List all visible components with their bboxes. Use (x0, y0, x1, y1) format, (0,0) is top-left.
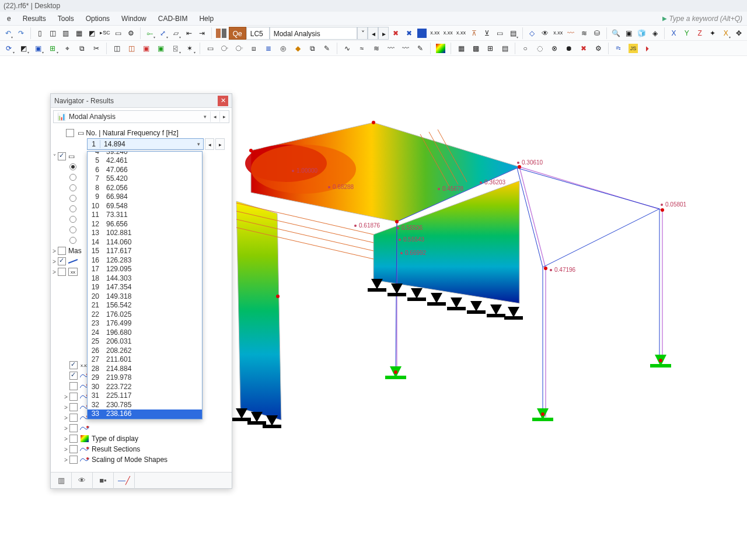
tool-anim[interactable]: ≋ (578, 27, 589, 40)
tool-box-h[interactable]: ⧉ (306, 42, 319, 55)
tool-refresh[interactable]: ⟳▾ (2, 42, 15, 55)
menu-help[interactable]: Help (193, 12, 219, 26)
tool-flag-blue[interactable]: ✖ (403, 27, 414, 40)
frequency-item[interactable]: 22176.025 (88, 310, 202, 320)
tool-s-c[interactable]: ⊗ (548, 42, 561, 55)
tool-support-off[interactable]: ⊻ (481, 27, 493, 40)
tool-xxx-c[interactable]: x.xx (455, 27, 466, 40)
chevron-down-icon[interactable]: ▾ (200, 114, 210, 120)
tree-checkbox[interactable] (69, 393, 78, 401)
mode-radio[interactable] (69, 184, 76, 191)
tool-obj-e[interactable]: ⍃▾ (169, 42, 181, 55)
frequency-item[interactable]: 862.056 (88, 184, 202, 193)
keyword-search[interactable]: ▶ Type a keyword (Alt+Q) (660, 15, 746, 23)
modes-checkbox[interactable] (58, 152, 66, 160)
load-case-selector[interactable]: Qe LC5 Modal Analysis ˅ ◂ ▸ (229, 27, 389, 40)
frequency-item[interactable]: 14114.060 (88, 238, 202, 247)
tool-s-cog[interactable]: ⚙ (592, 42, 605, 55)
tool-support-on[interactable]: ⊼ (469, 27, 480, 40)
frequency-item[interactable]: 31225.117 (88, 391, 202, 401)
tool-pencil[interactable]: ✎ (320, 42, 333, 55)
menu-options[interactable]: Options (80, 12, 116, 26)
tool-obj-d[interactable]: ▣ (154, 42, 167, 55)
tree-checkbox[interactable] (69, 445, 78, 453)
tool-sc[interactable]: ▸SC (99, 27, 111, 40)
tool-mesh-a[interactable]: ▦ (455, 42, 467, 55)
analysis-prev[interactable]: ◂ (210, 111, 219, 122)
tool-line-b[interactable]: ≈ (355, 42, 368, 55)
tool-grad[interactable] (434, 42, 447, 55)
frequency-item[interactable]: 30223.722 (88, 383, 202, 392)
tool-axis-xyz[interactable]: ✦ (707, 27, 718, 40)
tool-line-c[interactable]: ≋ (370, 42, 383, 55)
frequency-item[interactable]: 755.420 (88, 174, 202, 184)
mode-radio[interactable] (69, 226, 76, 233)
tool-settings[interactable]: ⚙ (125, 27, 137, 40)
frequency-item[interactable]: 647.066 (88, 166, 202, 175)
tool-view-curve[interactable]: 〰 (566, 27, 577, 40)
tool-panel-b[interactable]: ◫ (47, 27, 58, 40)
tool-run[interactable]: ⏵ (641, 42, 654, 55)
tool-obj-b[interactable]: ◫ (125, 42, 138, 55)
tool-line-e[interactable]: 〰 (399, 42, 412, 55)
tool-mesh-d[interactable]: ▤ (498, 42, 511, 55)
frequency-item[interactable]: 1296.656 (88, 220, 202, 229)
freq-header-checkbox[interactable] (66, 129, 74, 137)
footer-eye-icon[interactable]: 👁 (72, 473, 93, 489)
model-viewport[interactable]: 1.000000.682880.618760.565060.555430.669… (222, 76, 747, 560)
tree-checkbox[interactable] (69, 435, 78, 443)
lc-dropdown-icon[interactable]: ˅ (357, 27, 368, 40)
menu-tools[interactable]: Tools (52, 12, 80, 26)
tool-view-xxx[interactable]: x.xx (553, 27, 564, 40)
frequency-item[interactable]: 18144.303 (88, 274, 202, 284)
tree-checkbox[interactable] (58, 247, 66, 255)
tool-panel-e[interactable]: ◩ (86, 27, 97, 40)
tool-rf-a[interactable]: ◩▾ (17, 42, 30, 55)
tool-align-r[interactable]: ⇥ (197, 27, 208, 40)
tool-page[interactable]: ▭ (113, 27, 124, 40)
tool-view-eye[interactable]: 👁 (539, 27, 550, 40)
tool-obj-a[interactable]: ◫ (110, 42, 123, 55)
tool-brush[interactable]: ✎ (414, 42, 427, 55)
frequency-item[interactable]: 21156.542 (88, 301, 202, 310)
tool-box-a[interactable]: ▭ (204, 42, 217, 55)
tool-grid-list[interactable]: ▤▾ (508, 27, 519, 40)
tool-node[interactable]: ⟜▾ (144, 27, 155, 40)
tree-checkbox[interactable] (69, 424, 78, 432)
mode-radio[interactable] (69, 163, 76, 170)
frequency-item[interactable]: 19147.354 (88, 283, 202, 292)
frequency-item[interactable]: 29219.978 (88, 373, 202, 383)
tool-mesh-b[interactable]: ▩ (469, 42, 482, 55)
tree-checkbox[interactable] (69, 372, 78, 380)
tool-db[interactable]: 🧊 (636, 27, 647, 40)
mode-radio[interactable] (69, 216, 76, 223)
tool-copy[interactable]: ⧉ (75, 42, 88, 55)
frequency-item[interactable]: 25206.031 (88, 337, 202, 346)
tool-box-b[interactable]: ⧂ (218, 42, 231, 55)
tree-checkbox[interactable] (69, 414, 78, 422)
tool-surface[interactable]: ▱▾ (170, 27, 181, 40)
tool-obj-f[interactable]: ✶▾ (183, 42, 196, 55)
tree-checkbox[interactable] (58, 268, 66, 276)
tool-s-a[interactable]: ○ (519, 42, 532, 55)
tool-color-pair[interactable] (215, 27, 227, 40)
tree-checkbox[interactable] (69, 382, 78, 390)
tool-line-a[interactable]: ∿ (341, 42, 354, 55)
tool-box-g[interactable]: ◆ (291, 42, 304, 55)
tool-s-e[interactable]: ✖ (577, 42, 590, 55)
tool-s-b[interactable]: ◌ (533, 42, 546, 55)
frequency-item[interactable]: 27211.601 (88, 355, 202, 365)
tool-undo[interactable]: ↶▾ (2, 27, 13, 40)
tool-panel-d[interactable]: ▦ (74, 27, 85, 40)
tree-checkbox[interactable] (58, 257, 66, 265)
tool-blue-sq[interactable] (416, 27, 427, 40)
frequency-item[interactable]: 33238.166 (88, 410, 202, 419)
frequency-item[interactable]: 20149.318 (88, 292, 202, 302)
footer-data-icon[interactable]: ▥ (51, 473, 72, 489)
tool-axis-x[interactable]: X (668, 27, 679, 40)
tool-s-d[interactable]: ⏺ (563, 42, 575, 55)
tool-axis-z[interactable]: Z (694, 27, 706, 40)
tool-mesh-c[interactable]: ⊞ (484, 42, 497, 55)
tool-axis-ab[interactable]: X▾ (720, 27, 731, 40)
tool-js[interactable]: JS (627, 42, 640, 55)
